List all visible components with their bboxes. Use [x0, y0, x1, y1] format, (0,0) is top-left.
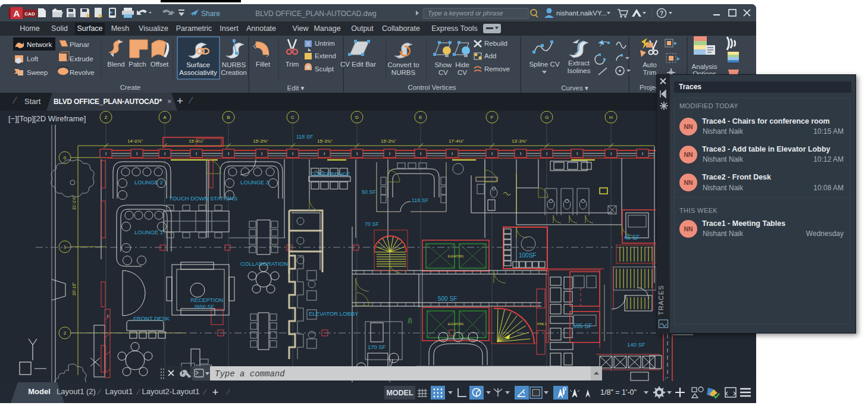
svg-text:I: I: [610, 151, 612, 156]
svg-text:NN: NN: [684, 151, 692, 158]
svg-text:Offset: Offset: [151, 61, 169, 68]
svg-text:Rebuild: Rebuild: [484, 40, 507, 47]
svg-text:ELEVATORS: ELEVATORS: [448, 255, 463, 258]
svg-text:Extend: Extend: [315, 52, 336, 59]
svg-text:118 SF: 118 SF: [296, 134, 314, 140]
svg-text:PIPE C: PIPE C: [537, 322, 547, 326]
svg-text:COLLABORATION: COLLABORATION: [240, 260, 288, 267]
svg-text:14'-0⅞": 14'-0⅞": [127, 139, 143, 144]
svg-text:0: 0: [64, 155, 67, 161]
svg-text:500 SF: 500 SF: [438, 295, 457, 302]
svg-text:15'-3¾": 15'-3¾": [317, 139, 333, 144]
svg-text:BLVD OFFICE_PLAN-AUTOCAD.dwg: BLVD OFFICE_PLAN-AUTOCAD.dwg: [255, 10, 377, 18]
svg-text:Model: Model: [28, 387, 51, 396]
svg-text:Nishant Naik: Nishant Naik: [703, 127, 744, 136]
svg-text:?: ?: [660, 10, 663, 17]
svg-text:Trim: Trim: [286, 61, 299, 68]
svg-text:Surface: Surface: [186, 61, 210, 68]
svg-text:70 SF: 70 SF: [365, 221, 380, 227]
svg-text:I: I: [576, 151, 578, 156]
svg-text:D: D: [355, 115, 359, 120]
svg-text:I: I: [389, 151, 390, 156]
svg-text:Sculpt: Sculpt: [315, 65, 334, 73]
svg-text:TOUCH DOWN STATIONS: TOUCH DOWN STATIONS: [169, 195, 237, 202]
svg-text:I: I: [196, 151, 197, 156]
svg-text:H: H: [609, 115, 613, 120]
svg-text:NURBS: NURBS: [222, 61, 246, 68]
svg-text:I: I: [452, 151, 453, 156]
svg-text:Trace4 - Chairs for conference: Trace4 - Chairs for conference room: [702, 117, 830, 125]
svg-text:I: I: [107, 313, 108, 319]
svg-text:∕: ∕: [97, 387, 102, 397]
svg-text:17'-4⅛": 17'-4⅛": [449, 139, 464, 144]
svg-text:1/8" = 1'-0": 1/8" = 1'-0": [600, 388, 637, 397]
svg-text:Extract: Extract: [568, 59, 590, 67]
svg-text:ELEVATORS: ELEVATORS: [448, 323, 463, 326]
svg-text:Layout1 (2): Layout1 (2): [57, 387, 96, 396]
svg-text:2650 SF: 2650 SF: [194, 304, 215, 310]
svg-text:Patch: Patch: [129, 61, 146, 68]
svg-text:10:08 AM: 10:08 AM: [813, 184, 844, 192]
svg-text:Creation: Creation: [221, 69, 246, 76]
svg-text:I: I: [261, 151, 262, 156]
svg-text:Trace1 - Meeting Tables: Trace1 - Meeting Tables: [702, 219, 785, 228]
svg-text:MODEL: MODEL: [386, 389, 413, 397]
svg-text:Add: Add: [484, 52, 496, 59]
svg-text:I: I: [228, 151, 229, 156]
svg-text:Isolines: Isolines: [568, 67, 591, 74]
svg-text:NN: NN: [684, 123, 692, 130]
svg-text:Type a keyword or phrase: Type a keyword or phrase: [428, 10, 503, 17]
svg-text:I: I: [665, 376, 666, 380]
svg-text:Layout1: Layout1: [105, 387, 133, 396]
svg-text:13'-3⅜": 13'-3⅜": [512, 139, 527, 144]
svg-text:nishant.naikVY...: nishant.naikVY...: [556, 10, 607, 17]
svg-text:Associativity: Associativity: [179, 69, 217, 76]
svg-text:∕: ∕: [203, 387, 208, 397]
svg-text:15'-3¾": 15'-3¾": [381, 139, 396, 144]
svg-text:Fillet: Fillet: [256, 61, 271, 68]
svg-text:Layout2-Layout1: Layout2-Layout1: [142, 387, 200, 396]
svg-text:595 SF: 595 SF: [573, 323, 592, 329]
svg-text:Loft: Loft: [27, 55, 39, 62]
svg-text:Spline CV: Spline CV: [529, 61, 559, 68]
svg-text:C: C: [291, 115, 294, 120]
svg-text:I: I: [324, 151, 325, 156]
svg-text:F: F: [491, 115, 494, 120]
svg-text:Trace2 - Front Desk: Trace2 - Front Desk: [702, 173, 771, 181]
svg-text:Convert to: Convert to: [387, 61, 419, 68]
svg-text:Trace3 - Add table in Elevator: Trace3 - Add table in Elevator Lobby: [702, 145, 831, 153]
svg-text:50 SF: 50 SF: [362, 189, 377, 195]
svg-text:I: I: [420, 151, 421, 156]
svg-text:100SF: 100SF: [519, 252, 536, 259]
svg-text:LOUNGE 1: LOUNGE 1: [134, 229, 163, 235]
svg-text:+: +: [212, 386, 219, 398]
svg-text:I: I: [491, 151, 493, 156]
svg-text:I: I: [356, 151, 358, 156]
svg-text:Extrude: Extrude: [70, 55, 93, 62]
svg-text:Share: Share: [201, 10, 220, 18]
svg-text:CAD: CAD: [24, 11, 35, 17]
svg-text:Analysis: Analysis: [692, 63, 717, 70]
svg-text:140 SF: 140 SF: [627, 341, 645, 348]
svg-text:10:12 AM: 10:12 AM: [813, 155, 844, 163]
svg-text:Network: Network: [27, 41, 52, 48]
svg-text:A: A: [163, 115, 167, 120]
svg-text:NN: NN: [684, 179, 692, 186]
svg-text:Planar: Planar: [70, 41, 89, 48]
svg-text:Z: Z: [105, 115, 108, 120]
svg-text:RECEPTION: RECEPTION: [190, 297, 224, 303]
svg-text:LOUNGE 2: LOUNGE 2: [134, 179, 163, 185]
svg-text:Remove: Remove: [484, 65, 510, 73]
svg-text:I: I: [546, 151, 547, 156]
svg-text:A: A: [14, 8, 20, 18]
svg-text:20'-10": 20'-10": [72, 282, 76, 295]
svg-text:CV: CV: [457, 69, 467, 76]
svg-text:Nishant Naik: Nishant Naik: [703, 184, 744, 192]
svg-text:Blend: Blend: [107, 61, 124, 68]
svg-text:15'-3⅝": 15'-3⅝": [253, 139, 268, 144]
svg-text:10:15 AM: 10:15 AM: [813, 127, 844, 136]
svg-text:Untrim: Untrim: [315, 40, 335, 47]
svg-text:Wednesday: Wednesday: [806, 229, 844, 238]
svg-text:21'-1½": 21'-1½": [72, 196, 76, 210]
svg-text:Hide: Hide: [455, 61, 469, 68]
